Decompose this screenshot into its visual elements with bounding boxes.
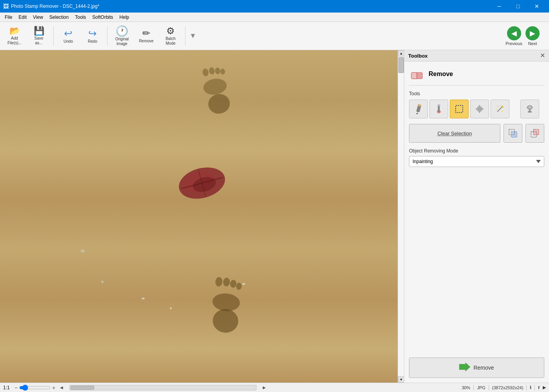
footprint-ball: [202, 77, 228, 97]
redo-button[interactable]: ↪ Redo: [81, 24, 104, 48]
status-sep-2: [489, 385, 489, 390]
next-circle: ▶: [525, 26, 540, 40]
svg-rect-30: [528, 111, 532, 113]
sand-texture: [0, 50, 404, 383]
scroll-up-button[interactable]: ▲: [398, 50, 404, 56]
menu-selection[interactable]: Selection: [46, 14, 72, 21]
svg-point-25: [502, 111, 503, 112]
menu-file[interactable]: File: [2, 14, 15, 21]
redo-label: Redo: [88, 39, 97, 44]
scroll-down-button[interactable]: ▼: [398, 376, 404, 383]
select-subtract-button[interactable]: [525, 124, 544, 143]
vertical-scrollbar[interactable]: ▲ ▼: [398, 50, 404, 383]
toe4: [220, 68, 225, 75]
remove-button-toolbar[interactable]: ✏ Remove: [135, 24, 158, 48]
toolbox-spacer: [409, 172, 544, 352]
undo-icon: ↩: [64, 28, 73, 38]
app-icon: 🖼: [3, 3, 9, 9]
undo-button[interactable]: ↩ Undo: [57, 24, 80, 48]
batch-mode-button[interactable]: ⚙ BatchMode: [159, 24, 182, 48]
hscroll-right-button[interactable]: ▶: [263, 385, 266, 390]
stamp-tool-button[interactable]: [520, 100, 539, 118]
hscroll-left-button[interactable]: ◀: [60, 385, 63, 390]
btoe3: [230, 279, 237, 288]
scroll-track[interactable]: [398, 56, 404, 376]
original-image-button[interactable]: 🕐 OriginalImage: [111, 24, 133, 48]
save-as-button[interactable]: 💾 Saveas...: [27, 24, 50, 48]
zoom-slider[interactable]: [19, 385, 51, 390]
file-format: JPG: [477, 385, 485, 390]
mode-dropdown-wrapper: Inpainting Content Aware Clone: [409, 156, 544, 167]
nav-buttons: ◀ Previous ▶ Next: [505, 26, 540, 46]
minimize-button[interactable]: ─: [490, 0, 508, 13]
main-area: ▲ ▼ Toolbox ✕ Remove: [0, 50, 549, 383]
menu-edit[interactable]: Edit: [15, 14, 30, 21]
tools-section: Tools: [409, 91, 544, 118]
status-section: 30% JPG (3872x2592x24) ℹ f ▶: [462, 385, 546, 390]
batch-mode-label: BatchMode: [165, 36, 176, 46]
remove-action-button[interactable]: Remove: [409, 358, 544, 378]
svg-point-26: [496, 109, 497, 109]
previous-button[interactable]: ◀ Previous: [505, 26, 522, 46]
zoom-plus-icon[interactable]: +: [52, 385, 55, 391]
svg-rect-18: [479, 105, 480, 107]
menu-tools[interactable]: Tools: [72, 14, 89, 21]
canvas-area[interactable]: ▲ ▼: [0, 50, 404, 383]
canvas-image[interactable]: [0, 50, 404, 383]
svg-marker-10: [416, 112, 418, 114]
rect-select-tool-button[interactable]: [450, 100, 469, 118]
select-add-button[interactable]: [504, 124, 522, 143]
social-facebook-icon[interactable]: f: [538, 385, 540, 390]
remove-arrow-svg: [459, 363, 470, 371]
maximize-button[interactable]: □: [509, 0, 527, 13]
menu-softorbits[interactable]: SoftOrbits: [89, 14, 116, 21]
svg-rect-0: [0, 50, 404, 383]
toolbox-close-button[interactable]: ✕: [540, 53, 545, 59]
stamp-icon: [525, 104, 535, 114]
svg-marker-36: [459, 363, 470, 371]
next-button[interactable]: ▶ Next: [525, 26, 540, 46]
clear-selection-button[interactable]: Clear Selection: [409, 124, 500, 143]
selection-row: Clear Selection: [409, 124, 544, 143]
add-files-label: AddFile(s)...: [7, 36, 22, 45]
menu-help[interactable]: Help: [116, 14, 133, 21]
social-youtube-icon[interactable]: ▶: [543, 385, 546, 390]
close-button[interactable]: ✕: [528, 0, 546, 13]
scroll-thumb[interactable]: [398, 57, 404, 73]
svg-rect-35: [533, 129, 539, 135]
footprint-heel: [207, 93, 231, 116]
svg-rect-15: [456, 105, 463, 113]
svg-point-27: [500, 105, 500, 106]
mode-dropdown[interactable]: Inpainting Content Aware Clone: [409, 156, 544, 167]
btoe1: [215, 277, 223, 287]
svg-line-22: [497, 107, 502, 112]
save-icon: 💾: [34, 27, 44, 35]
select-subtract-icon: [530, 128, 540, 138]
info-icon[interactable]: ℹ: [530, 385, 531, 390]
toolbox-header: Toolbox ✕: [404, 50, 549, 62]
wand-tool-button[interactable]: [491, 100, 509, 118]
menubar: File Edit View Selection Tools SoftOrbit…: [0, 13, 549, 22]
window-title: Photo Stamp Remover - DSC_1444-2.jpg*: [11, 4, 490, 9]
footprint-bottom-ball: [211, 292, 240, 312]
add-files-button[interactable]: 📂 AddFile(s)...: [3, 24, 26, 48]
toolbar-more-icon[interactable]: ▼: [189, 32, 196, 40]
menu-view[interactable]: View: [30, 14, 46, 21]
statusbar: 1:1 − + ◀ ▶ 30% JPG (3872x2592x24) ℹ f ▶: [0, 383, 549, 392]
status-sep-3: [526, 385, 527, 390]
horizontal-scrollbar[interactable]: [69, 385, 256, 390]
svg-point-17: [478, 107, 481, 111]
toe3: [215, 67, 221, 75]
pebble1: [101, 281, 104, 283]
remove-button-label: Remove: [473, 365, 494, 371]
hscroll-thumb[interactable]: [71, 386, 94, 390]
svg-rect-7: [411, 73, 417, 79]
save-label: Saveas...: [35, 36, 44, 45]
magic-tool-button[interactable]: [470, 100, 489, 118]
svg-rect-20: [476, 109, 477, 109]
pencil-tool-button[interactable]: [409, 100, 428, 118]
mode-section: Object Removing Mode Inpainting Content …: [409, 148, 544, 167]
brush-tool-button[interactable]: [429, 100, 448, 118]
zoom-minus-icon[interactable]: −: [15, 385, 18, 391]
remove-eraser-icon: [410, 67, 424, 81]
